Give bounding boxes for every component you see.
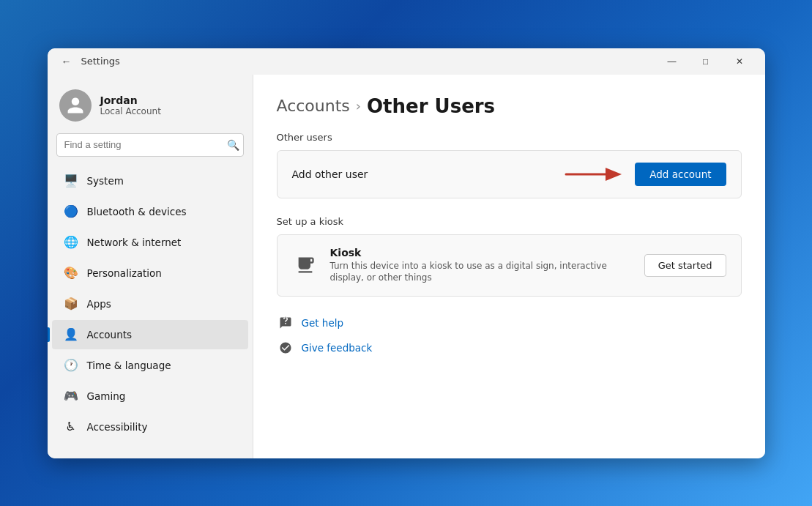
window-body: Jordan Local Account 🔍 🖥️ System 🔵 Bluet…	[48, 75, 765, 458]
user-account-type: Local Account	[100, 106, 161, 116]
kiosk-row: Kiosk Turn this device into a kiosk to u…	[292, 247, 726, 285]
nav-apps[interactable]: 📦 Apps	[52, 289, 248, 319]
system-icon: 🖥️	[64, 174, 78, 188]
nav-label-time: Time & language	[87, 360, 171, 371]
nav-label-gaming: Gaming	[87, 390, 126, 402]
accounts-icon: 👤	[64, 327, 78, 342]
add-user-card: Add other user Add account	[277, 150, 742, 198]
network-icon: 🌐	[64, 235, 78, 250]
nav-label-personalization: Personalization	[87, 267, 162, 279]
close-button[interactable]: ✕	[723, 48, 756, 75]
window-controls: — □ ✕	[655, 48, 756, 75]
settings-window: ← Settings — □ ✕ Jordan Local Account	[48, 48, 765, 458]
help-links: Get help Give feedback	[277, 314, 742, 357]
arrow-btn-wrapper: Add account	[565, 163, 726, 186]
main-content: Accounts › Other Users Other users Add o…	[253, 75, 765, 458]
titlebar: ← Settings — □ ✕	[48, 48, 765, 75]
search-button[interactable]: 🔍	[227, 139, 239, 151]
time-icon: 🕐	[64, 358, 78, 373]
user-info: Jordan Local Account	[100, 94, 161, 116]
nav-label-network: Network & internet	[87, 237, 182, 248]
maximize-button[interactable]: □	[689, 48, 723, 75]
red-arrow-icon	[565, 164, 623, 185]
breadcrumb-separator: ›	[356, 98, 361, 114]
back-button[interactable]: ←	[56, 51, 77, 72]
get-started-button[interactable]: Get started	[644, 254, 726, 277]
avatar	[59, 89, 92, 122]
nav-personalization[interactable]: 🎨 Personalization	[52, 258, 248, 288]
sidebar: Jordan Local Account 🔍 🖥️ System 🔵 Bluet…	[48, 75, 253, 458]
minimize-button[interactable]: —	[655, 48, 689, 75]
nav-label-accounts: Accounts	[87, 329, 133, 341]
nav-bluetooth[interactable]: 🔵 Bluetooth & devices	[52, 197, 248, 226]
add-account-button[interactable]: Add account	[635, 163, 726, 186]
add-user-row: Add other user Add account	[292, 163, 726, 186]
user-profile[interactable]: Jordan Local Account	[48, 75, 253, 133]
kiosk-description: Turn this device into a kiosk to use as …	[330, 260, 633, 285]
svg-marker-1	[606, 168, 622, 181]
kiosk-section-label: Set up a kiosk	[277, 216, 742, 227]
nav-gaming[interactable]: 🎮 Gaming	[52, 382, 248, 411]
search-box: 🔍	[56, 133, 244, 157]
gaming-icon: 🎮	[64, 389, 78, 403]
give-feedback-label: Give feedback	[302, 342, 373, 354]
give-feedback-link[interactable]: Give feedback	[277, 339, 742, 357]
window-title: Settings	[81, 56, 655, 67]
search-input[interactable]	[56, 133, 244, 157]
other-users-label: Other users	[277, 132, 742, 143]
nav-accounts[interactable]: 👤 Accounts	[52, 320, 248, 349]
breadcrumb: Accounts › Other Users	[277, 95, 742, 117]
get-help-link[interactable]: Get help	[277, 314, 742, 332]
nav-label-apps: Apps	[87, 298, 111, 310]
breadcrumb-parent[interactable]: Accounts	[277, 97, 350, 115]
kiosk-title: Kiosk	[330, 247, 633, 258]
nav-label-bluetooth: Bluetooth & devices	[87, 206, 187, 217]
bluetooth-icon: 🔵	[64, 204, 78, 219]
kiosk-card: Kiosk Turn this device into a kiosk to u…	[277, 234, 742, 297]
nav-label-system: System	[87, 175, 124, 187]
user-name: Jordan	[100, 94, 161, 106]
kiosk-icon	[292, 252, 319, 278]
nav-system[interactable]: 🖥️ System	[52, 166, 248, 196]
nav-accessibility[interactable]: ♿ Accessibility	[52, 412, 248, 442]
apps-icon: 📦	[64, 297, 78, 311]
get-help-icon	[277, 314, 294, 332]
personalization-icon: 🎨	[64, 266, 78, 280]
nav-time[interactable]: 🕐 Time & language	[52, 351, 248, 380]
kiosk-info: Kiosk Turn this device into a kiosk to u…	[330, 247, 633, 285]
nav-network[interactable]: 🌐 Network & internet	[52, 228, 248, 257]
accessibility-icon: ♿	[64, 420, 78, 434]
give-feedback-icon	[277, 339, 294, 357]
nav-label-accessibility: Accessibility	[87, 421, 148, 433]
add-user-label: Add other user	[292, 168, 368, 180]
get-help-label: Get help	[302, 317, 344, 329]
breadcrumb-current: Other Users	[367, 95, 495, 117]
